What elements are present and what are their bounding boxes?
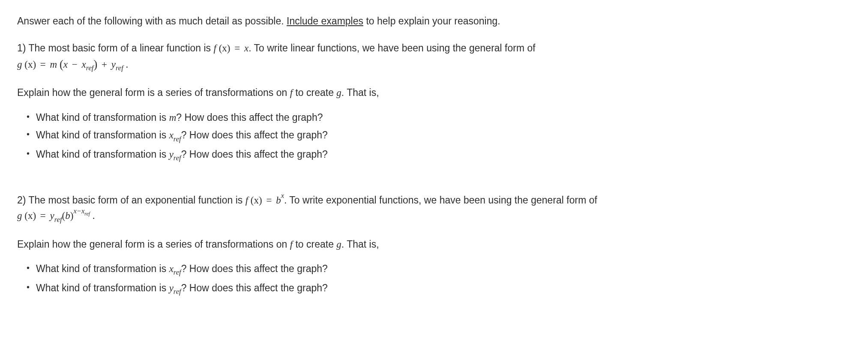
q2-eq2-end: . xyxy=(90,210,95,221)
q2-eq1-lhs: f xyxy=(245,195,251,206)
q1-eq2-xref-x: x xyxy=(81,59,86,70)
q1-eq1: f (x) = x xyxy=(214,43,249,54)
instruction-suffix: to help explain your reasoning. xyxy=(363,15,500,27)
q1-eq1-eq: = xyxy=(230,43,244,54)
instruction-emphasis: Include examples xyxy=(287,15,363,27)
q2-bullet-list: What kind of transformation is xref? How… xyxy=(17,261,851,297)
question-1: 1) The most basic form of a linear funct… xyxy=(17,41,851,164)
q1-b2-x: x xyxy=(169,130,174,141)
q1-eq2-yref-sub: ref xyxy=(116,64,123,72)
q2-b1-x: x xyxy=(169,263,174,274)
q2-intro-a: The most basic form of an exponential fu… xyxy=(26,194,245,206)
q1-eq2-lhs: g xyxy=(17,59,24,70)
q1-eq1-lhs: f xyxy=(214,43,219,54)
q1-eq2-end: . xyxy=(123,59,129,70)
q1-b2-b: ? How does this affect the graph? xyxy=(181,129,328,141)
q2-eq2-sup-sub: ref xyxy=(84,211,90,217)
q1-b3-yref: yref xyxy=(169,149,181,160)
q1-eq2-rp: ) xyxy=(93,58,97,71)
q1-explain-a: Explain how the general form is a series… xyxy=(17,87,290,98)
q2-explain-a: Explain how the general form is a series… xyxy=(17,239,290,250)
q1-eq2-m: m xyxy=(50,59,60,70)
q2-explain-c: . That is, xyxy=(341,239,379,250)
q1-intro-a: The most basic form of a linear function… xyxy=(26,42,213,54)
q1-b2-xref: xref xyxy=(169,130,181,141)
q2-b1-a: What kind of transformation is xyxy=(36,263,169,274)
q2-eq2-yref-sub: ref xyxy=(54,215,62,224)
q2-eq2-sup: x−xref xyxy=(73,207,90,215)
q2-explain-g: g xyxy=(336,239,341,250)
q2-b2-sub: ref xyxy=(174,287,181,296)
list-item: What kind of transformation is xref? How… xyxy=(36,261,851,278)
q1-eq2-yref-y: y xyxy=(111,59,116,70)
q2-eq2-px: (x) xyxy=(24,210,36,221)
q2-eq1-b: b xyxy=(276,195,281,206)
q2-eq1-px: (x) xyxy=(251,195,262,206)
q1-explain-c: . That is, xyxy=(341,87,379,98)
q2-number: 2) xyxy=(17,194,26,206)
list-item: What kind of transformation is yref? How… xyxy=(36,147,851,163)
instruction-text: Answer each of the following with as muc… xyxy=(17,14,851,29)
q1-explain: Explain how the general form is a series… xyxy=(17,85,851,101)
q1-b2-sub: ref xyxy=(174,135,181,143)
q1-intro: 1) The most basic form of a linear funct… xyxy=(17,41,851,74)
q1-eq2: g (x) = m (x − xref) + yref . xyxy=(17,59,128,70)
q1-explain-g: g xyxy=(336,87,341,98)
q1-explain-b: to create xyxy=(293,87,336,98)
q1-bullet-list: What kind of transformation is m? How do… xyxy=(17,110,851,163)
q2-explain-b: to create xyxy=(293,239,336,250)
q2-b2-a: What kind of transformation is xyxy=(36,282,169,293)
q2-eq2-b: b xyxy=(65,210,70,221)
q1-b3-sub: ref xyxy=(174,154,181,162)
q1-eq1-px: (x) xyxy=(219,43,230,54)
q1-eq1-rhs: x xyxy=(244,43,248,54)
q1-b1-m: m xyxy=(169,112,177,123)
list-item: What kind of transformation is xref? How… xyxy=(36,128,851,144)
q1-eq2-xref-sub: ref xyxy=(86,64,94,72)
q2-eq2-yref-y: y xyxy=(50,210,54,221)
q2-eq2-sup-x: x xyxy=(73,207,76,215)
question-2: 2) The most basic form of an exponential… xyxy=(17,192,851,297)
q1-b3-y: y xyxy=(169,149,174,160)
spacer xyxy=(17,184,851,192)
q1-eq2-lp: ( xyxy=(60,58,63,71)
q1-eq2-minus: − xyxy=(68,59,81,70)
q2-eq2-sup-minus: − xyxy=(77,207,81,215)
q1-number: 1) xyxy=(17,42,26,54)
q2-intro-b: . To write exponential functions, we hav… xyxy=(284,194,597,206)
q2-b2-yref: yref xyxy=(169,283,181,293)
q1-b1-a: What kind of transformation is xyxy=(36,112,169,123)
q2-b1-sub: ref xyxy=(174,268,181,276)
q1-intro-b: . To write linear functions, we have bee… xyxy=(248,42,536,54)
q2-b2-y: y xyxy=(169,283,174,293)
q1-b3-a: What kind of transformation is xyxy=(36,149,169,160)
q2-eq2-eq: = xyxy=(36,210,50,221)
q1-b3-b: ? How does this affect the graph? xyxy=(181,149,328,160)
q2-eq1-eq: = xyxy=(262,195,276,206)
q2-b1-b: ? How does this affect the graph? xyxy=(181,263,328,274)
q1-eq2-px: (x) xyxy=(24,59,36,70)
q2-b1-xref: xref xyxy=(169,263,181,274)
list-item: What kind of transformation is yref? How… xyxy=(36,281,851,297)
q1-eq2-plus: + xyxy=(97,59,111,70)
instruction-prefix: Answer each of the following with as muc… xyxy=(17,15,287,27)
list-item: What kind of transformation is m? How do… xyxy=(36,110,851,126)
q1-b1-b: ? How does this affect the graph? xyxy=(176,112,323,123)
q2-explain: Explain how the general form is a series… xyxy=(17,237,851,252)
q2-b2-b: ? How does this affect the graph? xyxy=(181,282,328,293)
q1-eq2-eq: = xyxy=(36,59,50,70)
q2-intro: 2) The most basic form of an exponential… xyxy=(17,192,851,224)
q2-eq1: f (x) = bx xyxy=(245,195,284,206)
q2-eq2: g (x) = yref(b)x−xref . xyxy=(17,210,95,221)
q2-eq1-sup: x xyxy=(281,191,284,200)
q2-eq2-lhs: g xyxy=(17,210,24,221)
q1-eq2-x: x xyxy=(63,59,68,70)
q1-b2-a: What kind of transformation is xyxy=(36,129,169,141)
